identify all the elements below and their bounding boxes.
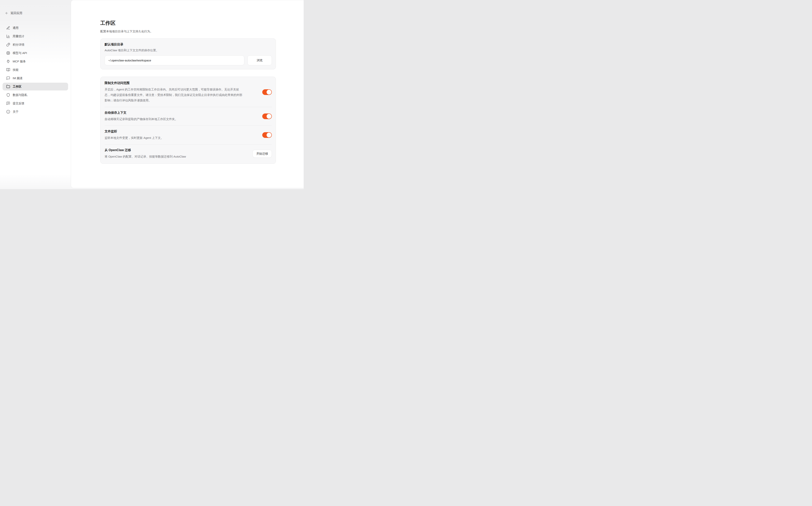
sidebar-item-general[interactable]: 通用 <box>3 24 68 32</box>
book-open-icon <box>6 68 10 72</box>
sidebar-item-label: 技能 <box>13 68 18 72</box>
sidebar-item-label: 关于 <box>13 110 18 114</box>
sidebar-item-data-privacy[interactable]: 数据与隐私 <box>3 91 68 99</box>
workspace-settings-page: 工作区 配置本地项目目录与上下文持久化行为。 默认项目目录 AutoClaw 项… <box>71 0 304 164</box>
setting-text: 从 OpenClaw 迁移 将 OpenClaw 的配置、对话记录、技能等数据迁… <box>104 148 252 159</box>
setting-description: 将 OpenClaw 的配置、对话记录、技能等数据迁移到 AutoClaw <box>104 154 234 159</box>
setting-text: 自动保存上下文 自动将聊天记录和提取的产物保存到本地工作区文件夹。 <box>104 111 262 122</box>
sidebar-item-label: 工作区 <box>13 85 21 89</box>
sidebar-item-label: 提交反馈 <box>13 102 24 105</box>
cpu-icon <box>6 51 10 55</box>
setting-description: 自动将聊天记录和提取的产物保存到本地工作区文件夹。 <box>104 116 243 122</box>
directory-input-row: 浏览 <box>104 55 272 65</box>
auto-save-context-row: 自动保存上下文 自动将聊天记录和提取的产物保存到本地工作区文件夹。 <box>104 107 272 125</box>
sidebar-item-credits[interactable]: 积分详情 <box>3 41 68 49</box>
sidebar-item-about[interactable]: 关于 <box>3 108 68 116</box>
setting-title: 限制文件访问范围 <box>104 81 243 85</box>
workspace-path-input[interactable] <box>104 55 244 65</box>
sidebar-item-skills[interactable]: 技能 <box>3 66 68 74</box>
sidebar-item-usage-stats[interactable]: 用量统计 <box>3 32 68 40</box>
file-watch-row: 文件监听 监听本地文件变更，实时更新 Agent 上下文。 <box>104 126 272 144</box>
restrict-file-access-row: 限制文件访问范围 开启后，Agent 的工作空间将限制在工作目录内。关闭后可访问… <box>104 77 272 107</box>
setting-title: 文件监听 <box>104 130 243 134</box>
sidebar-item-label: 积分详情 <box>13 43 24 47</box>
sidebar-item-label: MCP 服务 <box>13 60 26 63</box>
toggle-knob <box>267 133 272 138</box>
setting-text: 文件监听 监听本地文件变更，实时更新 Agent 上下文。 <box>104 130 262 141</box>
coins-icon <box>6 43 10 47</box>
shield-icon <box>6 93 10 97</box>
sidebar-item-label: IM 频道 <box>13 76 23 80</box>
main-panel: 工作区 配置本地项目目录与上下文持久化行为。 默认项目目录 AutoClaw 项… <box>71 0 304 188</box>
pencil-icon <box>6 26 10 30</box>
file-watch-toggle[interactable] <box>262 132 272 138</box>
sidebar: 返回应用 通用 用量统计 积分详情 模型与 API MCP 服务 <box>0 0 71 189</box>
sidebar-item-label: 模型与 API <box>13 51 27 55</box>
browse-button[interactable]: 浏览 <box>247 55 272 65</box>
setting-description: 监听本地文件变更，实时更新 Agent 上下文。 <box>104 135 243 141</box>
setting-description: 开启后，Agent 的工作空间将限制在工作目录内。关闭后可访问更大范围，可能导致… <box>104 87 243 103</box>
directory-card-title: 默认项目目录 <box>104 43 272 47</box>
setting-title: 从 OpenClaw 迁移 <box>104 148 234 152</box>
sidebar-nav: 通用 用量统计 积分详情 模型与 API MCP 服务 技能 <box>3 24 68 116</box>
migrate-from-openclaw-row: 从 OpenClaw 迁移 将 OpenClaw 的配置、对话记录、技能等数据迁… <box>104 145 272 163</box>
toggle-knob <box>267 114 272 119</box>
back-to-app-label: 返回应用 <box>10 11 22 15</box>
sidebar-item-im-channels[interactable]: IM 频道 <box>3 74 68 82</box>
back-to-app-button[interactable]: 返回应用 <box>5 11 71 15</box>
restrict-file-access-toggle[interactable] <box>262 89 272 95</box>
sidebar-item-label: 用量统计 <box>13 34 24 38</box>
default-directory-card: 默认项目目录 AutoClaw 项目和上下文文件的保存位置。 浏览 <box>100 38 276 69</box>
folder-icon <box>6 85 10 89</box>
message-square-plus-icon <box>6 101 10 105</box>
message-square-icon <box>6 76 10 80</box>
sidebar-item-label: 通用 <box>13 26 18 30</box>
page-subtitle: 配置本地项目目录与上下文持久化行为。 <box>100 29 276 34</box>
sidebar-item-mcp[interactable]: MCP 服务 <box>3 58 68 65</box>
arrow-left-icon <box>5 11 8 15</box>
settings-window: 返回应用 通用 用量统计 积分详情 模型与 API MCP 服务 <box>0 0 304 189</box>
directory-card-description: AutoClaw 项目和上下文文件的保存位置。 <box>104 48 272 53</box>
start-migration-button[interactable]: 开始迁移 <box>252 150 272 158</box>
toggle-knob <box>267 90 272 95</box>
page-title: 工作区 <box>100 20 276 26</box>
sidebar-item-feedback[interactable]: 提交反馈 <box>3 99 68 107</box>
sidebar-item-label: 数据与隐私 <box>13 93 27 97</box>
workspace-options-card: 限制文件访问范围 开启后，Agent 的工作空间将限制在工作目录内。关闭后可访问… <box>100 77 276 164</box>
sidebar-item-models-api[interactable]: 模型与 API <box>3 49 68 57</box>
plug-icon <box>6 60 10 63</box>
setting-text: 限制文件访问范围 开启后，Agent 的工作空间将限制在工作目录内。关闭后可访问… <box>104 81 262 103</box>
sidebar-item-workspace[interactable]: 工作区 <box>3 83 68 90</box>
auto-save-context-toggle[interactable] <box>262 113 272 119</box>
info-icon <box>6 110 10 114</box>
setting-title: 自动保存上下文 <box>104 111 243 115</box>
bar-chart-icon <box>6 34 10 38</box>
